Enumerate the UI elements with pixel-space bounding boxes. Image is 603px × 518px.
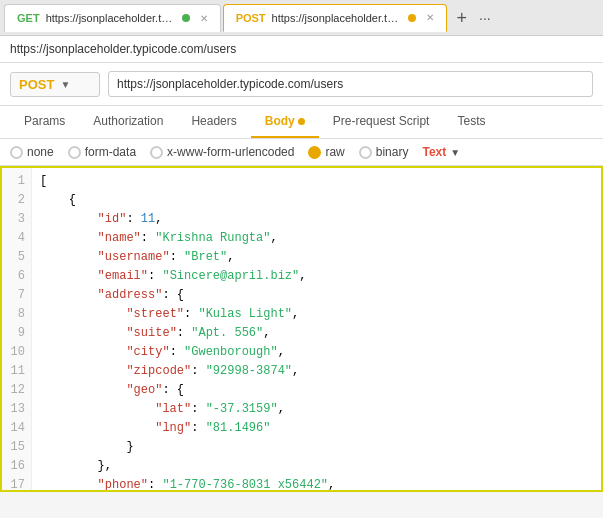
nav-tabs: Params Authorization Headers Body Pre-re… bbox=[0, 106, 603, 139]
radio-urlencoded bbox=[150, 146, 163, 159]
tab-body[interactable]: Body bbox=[251, 106, 319, 138]
code-body: [ { "id": 11, "name": "Krishna Rungta", … bbox=[32, 168, 601, 492]
line-number: 13 bbox=[8, 400, 25, 419]
tab-pre-request[interactable]: Pre-request Script bbox=[319, 106, 444, 138]
option-none[interactable]: none bbox=[10, 145, 54, 159]
code-line: "suite": "Apt. 556", bbox=[40, 324, 593, 343]
line-number: 1 bbox=[8, 172, 25, 191]
line-number: 12 bbox=[8, 381, 25, 400]
method-dropdown[interactable]: POST ▼ bbox=[10, 72, 100, 97]
code-line: "street": "Kulas Light", bbox=[40, 305, 593, 324]
tab-authorization[interactable]: Authorization bbox=[79, 106, 177, 138]
tab-get-dot bbox=[182, 14, 190, 22]
line-number: 15 bbox=[8, 438, 25, 457]
tab-bar: GET https://jsonplaceholder.typicode.o ✕… bbox=[0, 0, 603, 36]
code-line: "email": "Sincere@april.biz", bbox=[40, 267, 593, 286]
code-line: "phone": "1-770-736-8031 x56442", bbox=[40, 476, 593, 492]
add-tab-button[interactable]: + bbox=[449, 9, 476, 27]
tab-params[interactable]: Params bbox=[10, 106, 79, 138]
code-line: "name": "Krishna Rungta", bbox=[40, 229, 593, 248]
tab-post-close[interactable]: ✕ bbox=[426, 12, 434, 23]
method-value: POST bbox=[19, 77, 54, 92]
line-number: 17 bbox=[8, 476, 25, 492]
line-number: 8 bbox=[8, 305, 25, 324]
body-tab-dot bbox=[298, 118, 305, 125]
code-line: } bbox=[40, 438, 593, 457]
code-editor-wrapper: 12345678910111213141516171819202122 [ { … bbox=[0, 166, 603, 492]
line-number: 10 bbox=[8, 343, 25, 362]
format-value: Text bbox=[422, 145, 446, 159]
tab-headers[interactable]: Headers bbox=[177, 106, 250, 138]
line-number: 14 bbox=[8, 419, 25, 438]
tab-post-url: https://jsonplaceholder.typicod bbox=[272, 12, 402, 24]
radio-binary bbox=[359, 146, 372, 159]
url-input[interactable] bbox=[108, 71, 593, 97]
line-number: 6 bbox=[8, 267, 25, 286]
line-number: 9 bbox=[8, 324, 25, 343]
tab-get[interactable]: GET https://jsonplaceholder.typicode.o ✕ bbox=[4, 4, 221, 32]
line-numbers: 12345678910111213141516171819202122 bbox=[2, 168, 32, 492]
option-raw[interactable]: raw bbox=[308, 145, 344, 159]
code-line: { bbox=[40, 191, 593, 210]
request-bar: POST ▼ bbox=[0, 63, 603, 106]
code-editor[interactable]: 12345678910111213141516171819202122 [ { … bbox=[0, 166, 603, 492]
tab-get-url: https://jsonplaceholder.typicode.o bbox=[46, 12, 176, 24]
body-options-bar: none form-data x-www-form-urlencoded raw… bbox=[0, 139, 603, 166]
format-dropdown-arrow: ▼ bbox=[450, 147, 460, 158]
tab-get-close[interactable]: ✕ bbox=[200, 13, 208, 24]
line-number: 11 bbox=[8, 362, 25, 381]
tab-post-method: POST bbox=[236, 12, 266, 24]
method-dropdown-arrow: ▼ bbox=[60, 79, 70, 90]
tab-tests[interactable]: Tests bbox=[443, 106, 499, 138]
tab-post[interactable]: POST https://jsonplaceholder.typicod ✕ bbox=[223, 4, 447, 32]
code-content: 12345678910111213141516171819202122 [ { … bbox=[2, 168, 601, 492]
current-url-display: https://jsonplaceholder.typicode.com/use… bbox=[10, 42, 236, 56]
code-line: "lat": "-37.3159", bbox=[40, 400, 593, 419]
radio-none bbox=[10, 146, 23, 159]
line-number: 7 bbox=[8, 286, 25, 305]
line-number: 16 bbox=[8, 457, 25, 476]
code-line: [ bbox=[40, 172, 593, 191]
code-line: "id": 11, bbox=[40, 210, 593, 229]
line-number: 3 bbox=[8, 210, 25, 229]
line-number: 4 bbox=[8, 229, 25, 248]
option-binary[interactable]: binary bbox=[359, 145, 409, 159]
code-line: "username": "Bret", bbox=[40, 248, 593, 267]
radio-form-data bbox=[68, 146, 81, 159]
code-line: "geo": { bbox=[40, 381, 593, 400]
option-form-data[interactable]: form-data bbox=[68, 145, 136, 159]
radio-raw bbox=[308, 146, 321, 159]
option-urlencoded[interactable]: x-www-form-urlencoded bbox=[150, 145, 294, 159]
code-line: "zipcode": "92998-3874", bbox=[40, 362, 593, 381]
line-number: 5 bbox=[8, 248, 25, 267]
url-display-bar: https://jsonplaceholder.typicode.com/use… bbox=[0, 36, 603, 63]
code-line: }, bbox=[40, 457, 593, 476]
more-tabs-button[interactable]: ··· bbox=[475, 10, 495, 26]
code-line: "lng": "81.1496" bbox=[40, 419, 593, 438]
format-dropdown[interactable]: Text ▼ bbox=[422, 145, 460, 159]
code-line: "address": { bbox=[40, 286, 593, 305]
line-number: 2 bbox=[8, 191, 25, 210]
tab-get-method: GET bbox=[17, 12, 40, 24]
code-line: "city": "Gwenborough", bbox=[40, 343, 593, 362]
tab-post-dot bbox=[408, 14, 416, 22]
